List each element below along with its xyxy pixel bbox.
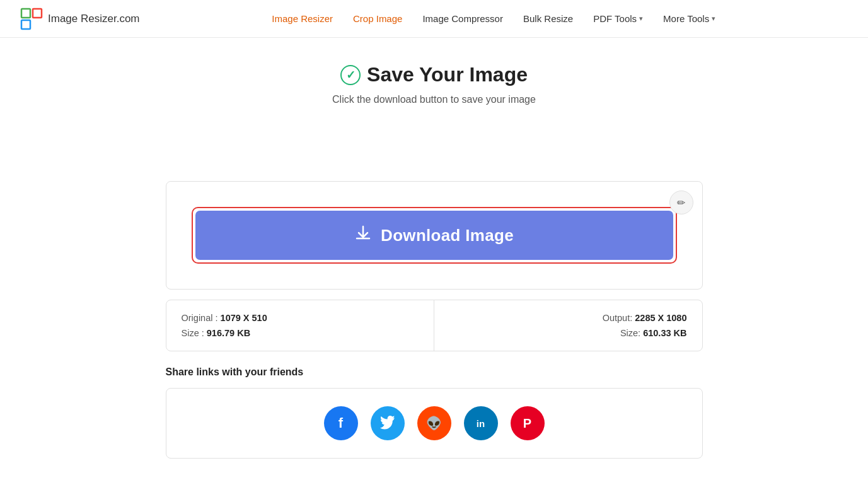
nav-crop-image[interactable]: Crop Image <box>353 13 402 24</box>
nav-links: Image Resizer Crop Image Image Compresso… <box>272 13 715 24</box>
download-button-label: Download Image <box>381 226 514 245</box>
logo-icon <box>20 8 43 30</box>
share-facebook-button[interactable]: f <box>324 406 358 440</box>
original-size: 916.79 KB <box>207 328 250 338</box>
download-button[interactable]: Download Image <box>195 211 673 260</box>
svg-rect-0 <box>21 9 30 18</box>
output-label: Output: <box>603 313 633 323</box>
nav-image-compressor[interactable]: Image Compressor <box>422 13 503 24</box>
output-dimensions: 2285 X 1080 <box>635 313 686 323</box>
download-card: ✏ Download Image <box>166 181 703 290</box>
pdf-tools-chevron-icon: ▾ <box>639 15 643 23</box>
nav-pdf-tools[interactable]: PDF Tools ▾ <box>593 13 643 24</box>
output-size-label: Size: <box>620 328 640 338</box>
page-heading: ✓ Save Your Image <box>166 63 703 86</box>
nav-image-resizer[interactable]: Image Resizer <box>272 13 333 24</box>
original-size-row: Size : 916.79 KB <box>182 328 419 338</box>
nav-more-tools[interactable]: More Tools ▾ <box>663 13 715 24</box>
share-heading: Share links with your friends <box>166 366 703 378</box>
output-dimensions-row: Output: 2285 X 1080 <box>449 313 687 323</box>
download-btn-wrapper: Download Image <box>192 207 677 264</box>
svg-rect-1 <box>33 9 42 18</box>
output-info: Output: 2285 X 1080 Size: 610.33 KB <box>434 300 702 351</box>
info-card: Original : 1079 X 510 Size : 916.79 KB O… <box>166 300 703 351</box>
navbar: Image Resizer.com Image Resizer Crop Ima… <box>0 0 868 38</box>
output-size-row: Size: 610.33 KB <box>449 328 687 338</box>
original-info: Original : 1079 X 510 Size : 916.79 KB <box>166 300 434 351</box>
original-dimensions: 1079 X 510 <box>221 313 267 323</box>
share-pinterest-button[interactable]: P <box>511 406 545 440</box>
more-tools-chevron-icon: ▾ <box>712 15 715 23</box>
main-content: ✓ Save Your Image Click the download but… <box>151 38 718 484</box>
original-dimensions-row: Original : 1079 X 510 <box>182 313 419 323</box>
share-linkedin-button[interactable]: in <box>464 406 498 440</box>
logo-text: Image Resizer.com <box>48 13 140 25</box>
output-size: 610.33 KB <box>643 328 686 338</box>
check-circle-icon: ✓ <box>340 65 361 85</box>
nav-bulk-resize[interactable]: Bulk Resize <box>523 13 573 24</box>
page-subtitle: Click the download button to save your i… <box>166 94 703 105</box>
share-reddit-button[interactable]: 👽 <box>417 406 451 440</box>
original-label: Original : <box>182 313 218 323</box>
share-card: f 👽 in P <box>166 388 703 459</box>
page-title: Save Your Image <box>367 63 528 86</box>
download-icon <box>354 225 372 246</box>
edit-button[interactable]: ✏ <box>669 190 693 214</box>
logo[interactable]: Image Resizer.com <box>20 8 140 30</box>
share-twitter-button[interactable] <box>371 406 405 440</box>
nav-pdf-tools-label: PDF Tools <box>593 13 637 24</box>
original-size-label: Size : <box>182 328 204 338</box>
nav-more-tools-label: More Tools <box>663 13 709 24</box>
svg-rect-2 <box>21 20 30 29</box>
